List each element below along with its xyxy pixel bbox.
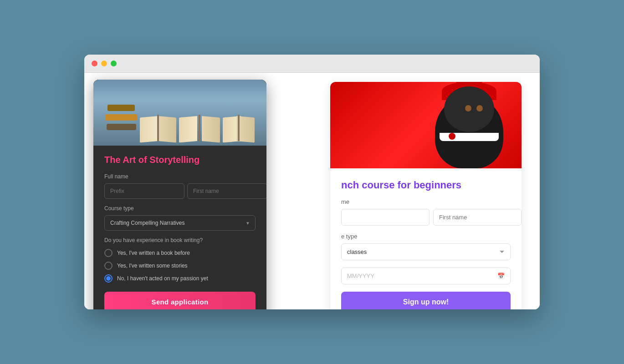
fg-experience-question: Do you have experience in book writing? [104,237,256,243]
bg-date-placeholder: MM/YYYY [347,273,374,279]
radio-item-1[interactable]: Yes, I've written some stories [104,262,256,270]
bg-signup-button[interactable]: Sign up now! [341,292,511,309]
browser-window: nch course for beginners me e type class… [84,55,540,309]
books-illustration [93,80,266,146]
traffic-light-green[interactable] [111,61,117,66]
fg-name-row [104,183,256,199]
browser-titlebar [84,55,540,73]
bg-card-hero-image [330,82,522,168]
bg-first-name-input[interactable] [433,209,522,226]
fg-course-type-label: Course type [104,205,256,212]
bg-course-type-label: e type [341,233,511,240]
pug-illustration [426,89,508,168]
send-application-button[interactable]: Send application [104,292,256,309]
fg-radio-group: Yes, I've written a book before Yes, I'v… [104,249,256,283]
radio-circle-0 [104,249,113,257]
pug-eye-left [465,105,471,111]
bg-course-type-select[interactable]: classes [341,243,511,260]
browser-content: nch course for beginners me e type class… [84,73,540,309]
fg-modal-title: The Art of Storytelling [104,155,256,165]
radio-circle-1 [104,262,113,270]
radio-label-2: No, I haven't acted on my passion yet [117,275,208,282]
radio-circle-2 [104,274,113,283]
bg-name-label: me [341,198,511,205]
fg-first-name-input[interactable] [187,183,266,199]
bg-name-row [341,209,511,226]
fg-modal-hero-image [93,80,266,146]
bg-course-type-row: classes [341,243,511,260]
bg-course-card: nch course for beginners me e type class… [330,82,522,309]
radio-label-1: Yes, I've written some stories [117,263,188,269]
radio-label-0: Yes, I've written a book before [117,250,190,256]
fg-course-type-wrap: Crafting Compelling Narratives ▼ [104,215,256,231]
radio-item-2[interactable]: No, I haven't acted on my passion yet [104,274,256,283]
open-book-2 [179,109,220,141]
radio-item-0[interactable]: Yes, I've written a book before [104,249,256,257]
fg-modal-body: The Art of Storytelling Full name Course… [93,146,266,309]
bg-prefix-input[interactable] [341,209,430,226]
bg-card-body: nch course for beginners me e type class… [330,168,522,309]
traffic-light-yellow[interactable] [101,61,107,66]
traffic-light-red[interactable] [92,61,97,66]
fg-name-label: Full name [104,173,256,180]
bg-date-input[interactable]: MM/YYYY 📅 [341,268,511,284]
fg-prefix-input[interactable] [104,183,184,199]
bg-card-title: nch course for beginners [341,179,511,191]
pug-eye-right [476,105,483,111]
open-book-3 [223,114,255,141]
pug-collar [440,133,499,141]
calendar-icon: 📅 [497,273,505,279]
fg-storytelling-modal: The Art of Storytelling Full name Course… [93,80,266,309]
fg-course-type-select[interactable]: Crafting Compelling Narratives [104,215,256,231]
open-book-1 [140,114,176,141]
